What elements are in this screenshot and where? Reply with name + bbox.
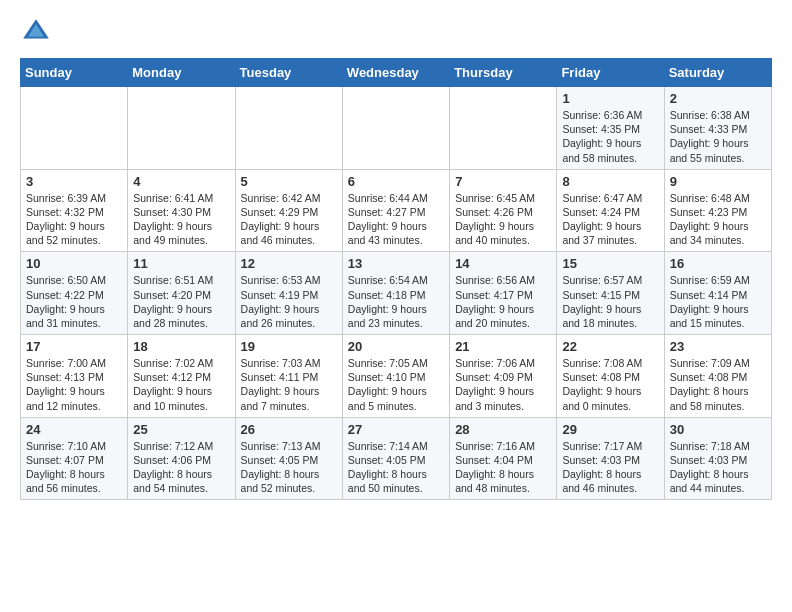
calendar-cell: 4Sunrise: 6:41 AM Sunset: 4:30 PM Daylig… (128, 169, 235, 252)
day-number: 1 (562, 91, 658, 106)
day-info: Sunrise: 6:54 AM Sunset: 4:18 PM Dayligh… (348, 273, 444, 330)
calendar-cell: 25Sunrise: 7:12 AM Sunset: 4:06 PM Dayli… (128, 417, 235, 500)
day-number: 19 (241, 339, 337, 354)
page-header (20, 16, 772, 48)
day-number: 29 (562, 422, 658, 437)
day-number: 5 (241, 174, 337, 189)
day-info: Sunrise: 7:17 AM Sunset: 4:03 PM Dayligh… (562, 439, 658, 496)
calendar-cell (450, 87, 557, 170)
calendar-cell: 18Sunrise: 7:02 AM Sunset: 4:12 PM Dayli… (128, 335, 235, 418)
day-info: Sunrise: 6:38 AM Sunset: 4:33 PM Dayligh… (670, 108, 766, 165)
day-number: 30 (670, 422, 766, 437)
calendar-cell: 13Sunrise: 6:54 AM Sunset: 4:18 PM Dayli… (342, 252, 449, 335)
day-info: Sunrise: 7:18 AM Sunset: 4:03 PM Dayligh… (670, 439, 766, 496)
calendar-header-row: SundayMondayTuesdayWednesdayThursdayFrid… (21, 59, 772, 87)
day-info: Sunrise: 7:09 AM Sunset: 4:08 PM Dayligh… (670, 356, 766, 413)
calendar-cell: 15Sunrise: 6:57 AM Sunset: 4:15 PM Dayli… (557, 252, 664, 335)
day-number: 18 (133, 339, 229, 354)
day-info: Sunrise: 7:16 AM Sunset: 4:04 PM Dayligh… (455, 439, 551, 496)
day-number: 27 (348, 422, 444, 437)
calendar-body: 1Sunrise: 6:36 AM Sunset: 4:35 PM Daylig… (21, 87, 772, 500)
calendar-cell: 24Sunrise: 7:10 AM Sunset: 4:07 PM Dayli… (21, 417, 128, 500)
day-info: Sunrise: 6:56 AM Sunset: 4:17 PM Dayligh… (455, 273, 551, 330)
day-info: Sunrise: 7:13 AM Sunset: 4:05 PM Dayligh… (241, 439, 337, 496)
day-info: Sunrise: 6:39 AM Sunset: 4:32 PM Dayligh… (26, 191, 122, 248)
calendar-cell: 10Sunrise: 6:50 AM Sunset: 4:22 PM Dayli… (21, 252, 128, 335)
calendar-cell: 29Sunrise: 7:17 AM Sunset: 4:03 PM Dayli… (557, 417, 664, 500)
weekday-header: Monday (128, 59, 235, 87)
day-number: 13 (348, 256, 444, 271)
day-info: Sunrise: 6:53 AM Sunset: 4:19 PM Dayligh… (241, 273, 337, 330)
calendar-cell: 14Sunrise: 6:56 AM Sunset: 4:17 PM Dayli… (450, 252, 557, 335)
calendar-cell: 3Sunrise: 6:39 AM Sunset: 4:32 PM Daylig… (21, 169, 128, 252)
calendar-cell: 17Sunrise: 7:00 AM Sunset: 4:13 PM Dayli… (21, 335, 128, 418)
calendar-week-row: 1Sunrise: 6:36 AM Sunset: 4:35 PM Daylig… (21, 87, 772, 170)
day-info: Sunrise: 6:59 AM Sunset: 4:14 PM Dayligh… (670, 273, 766, 330)
day-number: 2 (670, 91, 766, 106)
calendar-cell: 16Sunrise: 6:59 AM Sunset: 4:14 PM Dayli… (664, 252, 771, 335)
logo (20, 16, 56, 48)
day-info: Sunrise: 7:14 AM Sunset: 4:05 PM Dayligh… (348, 439, 444, 496)
day-number: 10 (26, 256, 122, 271)
weekday-header: Tuesday (235, 59, 342, 87)
calendar-cell: 28Sunrise: 7:16 AM Sunset: 4:04 PM Dayli… (450, 417, 557, 500)
day-number: 14 (455, 256, 551, 271)
calendar-cell: 21Sunrise: 7:06 AM Sunset: 4:09 PM Dayli… (450, 335, 557, 418)
weekday-header: Saturday (664, 59, 771, 87)
calendar-table: SundayMondayTuesdayWednesdayThursdayFrid… (20, 58, 772, 500)
day-info: Sunrise: 6:42 AM Sunset: 4:29 PM Dayligh… (241, 191, 337, 248)
calendar-week-row: 24Sunrise: 7:10 AM Sunset: 4:07 PM Dayli… (21, 417, 772, 500)
calendar-cell (342, 87, 449, 170)
day-info: Sunrise: 6:45 AM Sunset: 4:26 PM Dayligh… (455, 191, 551, 248)
calendar-cell: 27Sunrise: 7:14 AM Sunset: 4:05 PM Dayli… (342, 417, 449, 500)
day-number: 23 (670, 339, 766, 354)
calendar-cell: 23Sunrise: 7:09 AM Sunset: 4:08 PM Dayli… (664, 335, 771, 418)
weekday-header: Friday (557, 59, 664, 87)
calendar-cell: 8Sunrise: 6:47 AM Sunset: 4:24 PM Daylig… (557, 169, 664, 252)
day-info: Sunrise: 6:57 AM Sunset: 4:15 PM Dayligh… (562, 273, 658, 330)
day-info: Sunrise: 6:36 AM Sunset: 4:35 PM Dayligh… (562, 108, 658, 165)
calendar-week-row: 17Sunrise: 7:00 AM Sunset: 4:13 PM Dayli… (21, 335, 772, 418)
day-info: Sunrise: 6:51 AM Sunset: 4:20 PM Dayligh… (133, 273, 229, 330)
day-number: 9 (670, 174, 766, 189)
calendar-week-row: 10Sunrise: 6:50 AM Sunset: 4:22 PM Dayli… (21, 252, 772, 335)
calendar-cell (21, 87, 128, 170)
calendar-cell: 22Sunrise: 7:08 AM Sunset: 4:08 PM Dayli… (557, 335, 664, 418)
calendar-cell (128, 87, 235, 170)
day-info: Sunrise: 6:50 AM Sunset: 4:22 PM Dayligh… (26, 273, 122, 330)
weekday-header: Sunday (21, 59, 128, 87)
day-number: 22 (562, 339, 658, 354)
day-info: Sunrise: 6:47 AM Sunset: 4:24 PM Dayligh… (562, 191, 658, 248)
calendar-cell: 1Sunrise: 6:36 AM Sunset: 4:35 PM Daylig… (557, 87, 664, 170)
day-number: 8 (562, 174, 658, 189)
day-info: Sunrise: 7:08 AM Sunset: 4:08 PM Dayligh… (562, 356, 658, 413)
day-info: Sunrise: 7:10 AM Sunset: 4:07 PM Dayligh… (26, 439, 122, 496)
day-number: 12 (241, 256, 337, 271)
day-info: Sunrise: 7:03 AM Sunset: 4:11 PM Dayligh… (241, 356, 337, 413)
day-info: Sunrise: 7:12 AM Sunset: 4:06 PM Dayligh… (133, 439, 229, 496)
calendar-cell: 12Sunrise: 6:53 AM Sunset: 4:19 PM Dayli… (235, 252, 342, 335)
calendar-cell (235, 87, 342, 170)
calendar-cell: 30Sunrise: 7:18 AM Sunset: 4:03 PM Dayli… (664, 417, 771, 500)
day-number: 25 (133, 422, 229, 437)
day-number: 24 (26, 422, 122, 437)
day-info: Sunrise: 7:02 AM Sunset: 4:12 PM Dayligh… (133, 356, 229, 413)
day-number: 6 (348, 174, 444, 189)
calendar-cell: 9Sunrise: 6:48 AM Sunset: 4:23 PM Daylig… (664, 169, 771, 252)
calendar-cell: 26Sunrise: 7:13 AM Sunset: 4:05 PM Dayli… (235, 417, 342, 500)
calendar-cell: 2Sunrise: 6:38 AM Sunset: 4:33 PM Daylig… (664, 87, 771, 170)
day-number: 16 (670, 256, 766, 271)
calendar-cell: 5Sunrise: 6:42 AM Sunset: 4:29 PM Daylig… (235, 169, 342, 252)
day-info: Sunrise: 7:05 AM Sunset: 4:10 PM Dayligh… (348, 356, 444, 413)
weekday-header: Wednesday (342, 59, 449, 87)
day-info: Sunrise: 7:00 AM Sunset: 4:13 PM Dayligh… (26, 356, 122, 413)
calendar-week-row: 3Sunrise: 6:39 AM Sunset: 4:32 PM Daylig… (21, 169, 772, 252)
day-number: 11 (133, 256, 229, 271)
day-number: 15 (562, 256, 658, 271)
day-number: 17 (26, 339, 122, 354)
day-info: Sunrise: 7:06 AM Sunset: 4:09 PM Dayligh… (455, 356, 551, 413)
calendar-cell: 6Sunrise: 6:44 AM Sunset: 4:27 PM Daylig… (342, 169, 449, 252)
day-info: Sunrise: 6:44 AM Sunset: 4:27 PM Dayligh… (348, 191, 444, 248)
day-info: Sunrise: 6:48 AM Sunset: 4:23 PM Dayligh… (670, 191, 766, 248)
day-number: 26 (241, 422, 337, 437)
